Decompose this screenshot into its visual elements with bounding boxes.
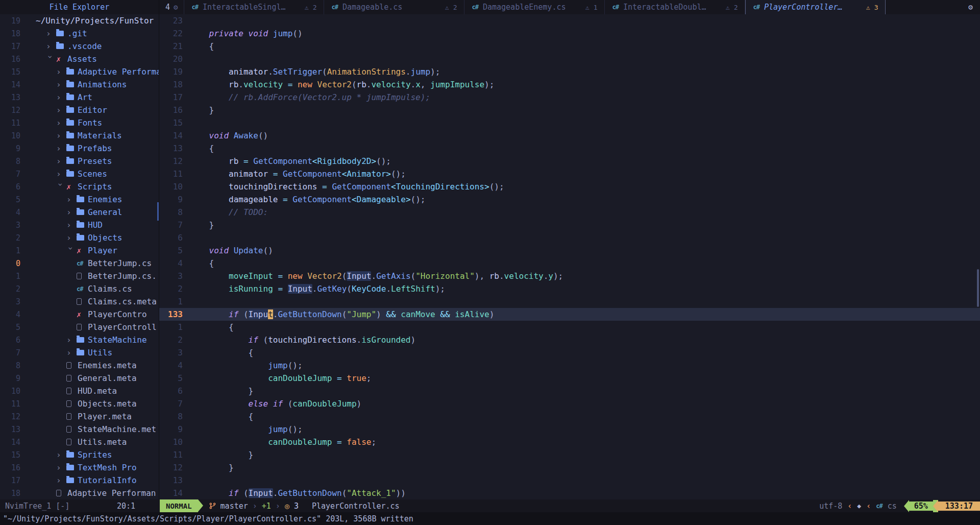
code-line[interactable]: 3 moveInput = new Vector2(Input.GetAxis(… bbox=[159, 270, 980, 282]
code-line[interactable]: 11 } bbox=[159, 448, 980, 461]
tree-item[interactable]: 5›Enemies bbox=[0, 193, 159, 206]
code-line[interactable]: 13 { bbox=[159, 142, 980, 155]
code-line[interactable]: 6 bbox=[159, 231, 980, 244]
code-line[interactable]: 9 damageable = GetComponent<Damageable>(… bbox=[159, 193, 980, 206]
scrollbar-thumb[interactable] bbox=[977, 269, 979, 307]
folder-icon bbox=[77, 197, 84, 202]
file-icon bbox=[66, 426, 71, 433]
code-line[interactable]: 4 jump(); bbox=[159, 359, 980, 372]
tree-item[interactable]: 13›Art bbox=[0, 91, 159, 104]
file-explorer-sidebar: 19~/Unity/Projects/FunStor18›.git17›.vsc… bbox=[0, 14, 159, 499]
code-line[interactable]: 5 void Update() bbox=[159, 244, 980, 257]
tree-item[interactable]: 15›Sprites bbox=[0, 448, 159, 461]
line-number: 13 bbox=[159, 474, 183, 487]
tree-item[interactable]: 16›✗Assets bbox=[0, 53, 159, 65]
tree-item[interactable]: 17›.vscode bbox=[0, 40, 159, 53]
code-line[interactable]: 14 if (Input.GetButtonDown("Attack_1")) bbox=[159, 487, 980, 499]
code-line[interactable]: 6 } bbox=[159, 385, 980, 397]
code-line[interactable]: 19 animator.SetTrigger(AnimationStrings.… bbox=[159, 65, 980, 78]
tree-item[interactable]: 17›TutorialInfo bbox=[0, 474, 159, 487]
tree-item[interactable]: 11Objects.meta bbox=[0, 397, 159, 410]
tree-item[interactable]: 8›Presets bbox=[0, 155, 159, 168]
gear-icon[interactable]: ⚙ bbox=[174, 3, 178, 11]
code-line[interactable]: 11 animator = GetComponent<Animator>(); bbox=[159, 168, 980, 180]
code-line[interactable]: 16 } bbox=[159, 104, 980, 116]
tree-item-label: Animations bbox=[78, 80, 127, 89]
git-modified-icon: ✗ bbox=[66, 182, 71, 192]
tree-item-label: ~/Unity/Projects/FunStor bbox=[36, 16, 154, 26]
statusline-nvimtree-segment: NvimTree_1 [-] 20:1 bbox=[0, 499, 160, 512]
code-line[interactable]: 9 jump(); bbox=[159, 423, 980, 436]
tree-item[interactable]: 19~/Unity/Projects/FunStor bbox=[0, 14, 159, 27]
tree-item[interactable]: 2›Objects bbox=[0, 231, 159, 244]
code-line[interactable]: 12 } bbox=[159, 461, 980, 474]
tree-item[interactable]: 0c#BetterJump.cs bbox=[0, 257, 159, 270]
settings-button[interactable]: ⚙ bbox=[961, 0, 980, 14]
tree-item[interactable]: 13StateMachine.met bbox=[0, 423, 159, 436]
code-line[interactable]: 10 touchingDirections = GetComponent<Tou… bbox=[159, 180, 980, 193]
tree-item[interactable]: 7›Scenes bbox=[0, 168, 159, 180]
code-line[interactable]: 13 bbox=[159, 474, 980, 487]
code-line[interactable]: 12 rb = GetComponent<Rigidbody2D>(); bbox=[159, 155, 980, 168]
tree-item-icon bbox=[66, 465, 78, 470]
tree-item[interactable]: 14Utils.meta bbox=[0, 436, 159, 448]
tree-item[interactable]: 12›Editor bbox=[0, 104, 159, 116]
tree-item[interactable]: 11›Fonts bbox=[0, 116, 159, 129]
tree-item[interactable]: 1BetterJump.cs. bbox=[0, 270, 159, 282]
tree-item-content: c#BetterJump.cs bbox=[28, 257, 152, 270]
code-line[interactable]: 20 bbox=[159, 53, 980, 65]
code-line[interactable]: 7 else if (canDoubleJump) bbox=[159, 397, 980, 410]
code-line[interactable]: 5 canDoubleJump = true; bbox=[159, 372, 980, 385]
code-line[interactable]: 10 canDoubleJump = false; bbox=[159, 436, 980, 448]
code-line[interactable]: 23 bbox=[159, 14, 980, 27]
tree-item[interactable]: 4›General bbox=[0, 206, 159, 219]
tree-item[interactable]: 9General.meta bbox=[0, 372, 159, 385]
tree-item[interactable]: 9›Prefabs bbox=[0, 142, 159, 155]
code-line[interactable]: 18 rb.velocity = new Vector2(rb.velocity… bbox=[159, 78, 980, 91]
tree-item[interactable]: 10›Materials bbox=[0, 129, 159, 142]
tree-item[interactable]: 2c#Claims.cs bbox=[0, 282, 159, 295]
tree-item[interactable]: 6›✗Scripts bbox=[0, 180, 159, 193]
code-line[interactable]: 21 { bbox=[159, 40, 980, 53]
tree-item[interactable]: 3Claims.cs.meta bbox=[0, 295, 159, 308]
code-line-text: // TODO: bbox=[189, 206, 268, 219]
tree-item[interactable]: 12Player.meta bbox=[0, 410, 159, 423]
code-line[interactable]: 22 private void jump() bbox=[159, 27, 980, 40]
buffer-tab[interactable]: c#InteractableSingl…⚠ 2 bbox=[184, 0, 324, 14]
line-number: 13 bbox=[0, 93, 20, 102]
code-line[interactable]: 1 { bbox=[159, 321, 980, 333]
tree-item[interactable]: 16›TextMesh Pro bbox=[0, 461, 159, 474]
tree-item[interactable]: 10HUD.meta bbox=[0, 385, 159, 397]
code-line[interactable]: 133 if (Input.GetButtonDown("Jump") && c… bbox=[159, 308, 980, 321]
tree-item[interactable]: 8Enemies.meta bbox=[0, 359, 159, 372]
csharp-file-icon: c# bbox=[876, 503, 882, 510]
tree-item[interactable]: 3›HUD bbox=[0, 219, 159, 231]
code-line[interactable]: 2 isRunning = Input.GetKey(KeyCode.LeftS… bbox=[159, 282, 980, 295]
tree-item-icon: ✗ bbox=[56, 55, 67, 64]
code-line[interactable]: 1 bbox=[159, 295, 980, 308]
code-line[interactable]: 17 // rb.AddForce(Vector2.up * jumpImpul… bbox=[159, 91, 980, 104]
code-line[interactable]: 3 { bbox=[159, 346, 980, 359]
tree-item[interactable]: 4✗PlayerContro bbox=[0, 308, 159, 321]
tree-item[interactable]: 15›Adaptive Performan bbox=[0, 65, 159, 78]
tree-item[interactable]: 6›StateMachine bbox=[0, 333, 159, 346]
buffer-tab[interactable]: c#PlayerController…⚠ 3 bbox=[745, 0, 886, 14]
code-line[interactable]: 8 // TODO: bbox=[159, 206, 980, 219]
code-line[interactable]: 8 { bbox=[159, 410, 980, 423]
buffer-tab[interactable]: c#InteractableDoubl…⚠ 2 bbox=[605, 0, 745, 14]
tree-item[interactable]: 18›.git bbox=[0, 27, 159, 40]
code-line[interactable]: 2 if (touchingDirections.isGrounded) bbox=[159, 333, 980, 346]
scrollbar-thumb[interactable] bbox=[157, 202, 159, 221]
code-line[interactable]: 14 void Awake() bbox=[159, 129, 980, 142]
buffer-tab[interactable]: c#Damageable.cs⚠ 2 bbox=[324, 0, 464, 14]
code-line[interactable]: 4 { bbox=[159, 257, 980, 270]
tree-item[interactable]: 5PlayerControll bbox=[0, 321, 159, 333]
buffer-tab[interactable]: c#DamageableEnemy.cs⚠ 1 bbox=[464, 0, 605, 14]
tree-item[interactable]: 14›Animations bbox=[0, 78, 159, 91]
cursor: t bbox=[268, 309, 273, 319]
tree-item[interactable]: 18Adaptive Performan bbox=[0, 487, 159, 499]
tree-item[interactable]: 1›✗Player bbox=[0, 244, 159, 257]
code-line[interactable]: 7 } bbox=[159, 219, 980, 231]
tree-item[interactable]: 7›Utils bbox=[0, 346, 159, 359]
code-line[interactable]: 15 bbox=[159, 116, 980, 129]
